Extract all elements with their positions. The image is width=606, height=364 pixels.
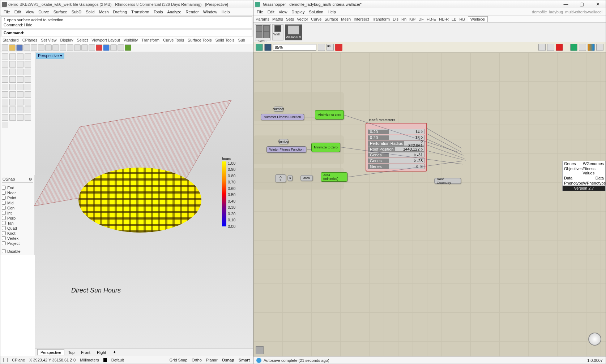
subd-icon[interactable] — [2, 107, 8, 113]
polyline-icon[interactable] — [25, 53, 31, 60]
fillet-icon[interactable] — [2, 84, 8, 90]
menu-subd[interactable]: SubD — [70, 9, 84, 15]
osnap-end[interactable]: End — [2, 186, 33, 190]
cone-icon[interactable] — [9, 76, 16, 83]
tab-intersect[interactable]: Intersect — [354, 17, 369, 21]
node-ab[interactable]: A B — [275, 174, 286, 182]
bool-icon[interactable] — [17, 99, 24, 105]
point-icon[interactable] — [9, 53, 16, 60]
rotate2-icon[interactable] — [17, 91, 24, 98]
hatch-icon[interactable] — [25, 107, 31, 113]
move-icon[interactable] — [9, 91, 16, 98]
grasshopper-icon[interactable] — [125, 44, 131, 51]
tab-maths[interactable]: Maths — [272, 17, 283, 21]
command-prompt[interactable]: Command: — [1, 30, 252, 36]
tab-vector[interactable]: Vector — [297, 17, 308, 21]
status-gridsnap[interactable]: Grid Snap — [170, 358, 188, 362]
shade-icon[interactable] — [103, 44, 110, 51]
save-file-icon[interactable] — [264, 44, 272, 51]
tab-setview[interactable]: Set View — [41, 38, 56, 42]
menu-drafting[interactable]: Drafting — [111, 9, 129, 15]
tab-params[interactable]: Params — [256, 17, 269, 21]
menu-mesh[interactable]: Mesh — [97, 9, 111, 15]
viewtab-top[interactable]: Top — [65, 350, 77, 355]
minimize-button[interactable]: — — [559, 1, 572, 8]
sphere-icon[interactable] — [25, 69, 31, 75]
tab-dis[interactable]: Dis — [393, 17, 398, 21]
status-planar[interactable]: Planar — [206, 358, 218, 362]
menu-curve[interactable]: Curve — [37, 9, 51, 15]
save-icon[interactable] — [16, 44, 23, 51]
zoom-input[interactable] — [273, 44, 316, 51]
loft-icon[interactable] — [25, 76, 31, 83]
light-icon[interactable] — [2, 114, 8, 121]
status-layer[interactable]: Default — [111, 358, 124, 362]
circle-icon[interactable] — [2, 61, 8, 68]
tab-hbr[interactable]: HB-R — [439, 17, 449, 21]
gh-menu-display[interactable]: Display — [290, 9, 306, 15]
preview-off-icon[interactable] — [556, 44, 563, 51]
osnap-int[interactable]: Int — [2, 211, 33, 215]
node-roof-geometry[interactable]: Roof Geometry — [434, 178, 461, 184]
explode-icon[interactable] — [2, 91, 8, 98]
node-minimize2[interactable]: Minimize to zero — [311, 143, 340, 152]
viewtab-front[interactable]: Front — [78, 350, 93, 355]
side-toolbox[interactable] — [0, 52, 35, 175]
status-cplane[interactable]: CPlane — [12, 358, 25, 362]
osnap-project[interactable]: Project — [2, 241, 33, 246]
gh-menu-solution[interactable]: Solution — [307, 9, 325, 15]
bake-icon[interactable] — [588, 44, 595, 51]
extrude-icon[interactable] — [17, 76, 24, 83]
osnap-near[interactable]: Near — [2, 191, 33, 195]
menu-render[interactable]: Render — [184, 9, 201, 15]
tab-transform[interactable]: Transform — [141, 38, 159, 42]
maximize-button[interactable]: ▢ — [575, 1, 588, 8]
status-smart[interactable]: Smart — [239, 358, 250, 362]
tab-curvetools[interactable]: Curve Tools — [163, 38, 184, 42]
tab-viewportlayout[interactable]: Viewport Layout — [91, 38, 120, 42]
gh-ribbon[interactable]: Gen... Wall... Wallacei X — [253, 23, 606, 42]
polygon-icon[interactable] — [25, 61, 31, 68]
cylinder-icon[interactable] — [2, 76, 8, 83]
rec-icon[interactable] — [3, 358, 8, 362]
gear-icon[interactable]: ⚙ — [29, 177, 32, 182]
gh-menu-file[interactable]: File — [255, 9, 265, 15]
open-icon[interactable] — [9, 44, 16, 51]
gh-canvas-toolbar[interactable]: 👁 — [253, 42, 606, 52]
compass-icon[interactable] — [588, 333, 601, 346]
markov-icon[interactable] — [256, 346, 264, 354]
tab-display[interactable]: Display — [60, 38, 73, 42]
mesh-icon[interactable] — [25, 99, 31, 105]
curve-icon[interactable] — [2, 69, 8, 75]
cut-icon[interactable] — [38, 44, 44, 51]
wallacei-component[interactable]: GenesWGenomes ObjectivesFitness Values D… — [562, 161, 606, 191]
osnap-cen[interactable]: Cen — [2, 206, 33, 210]
tab-ka[interactable]: Ka² — [409, 17, 415, 21]
redo-icon[interactable] — [60, 44, 66, 51]
gh-menu-view[interactable]: View — [277, 9, 289, 15]
split-icon[interactable] — [17, 84, 24, 90]
zoom-fit-icon[interactable] — [318, 44, 325, 51]
node-number2[interactable]: Number — [279, 139, 288, 144]
tab-select[interactable]: Select — [77, 38, 88, 42]
node-r[interactable]: R — [287, 175, 293, 181]
osnap-tan[interactable]: Tan — [2, 221, 33, 225]
shade-mode-icon[interactable] — [547, 44, 554, 51]
viewtab-right[interactable]: Right — [94, 350, 109, 355]
box-icon[interactable] — [17, 69, 24, 75]
arc-icon[interactable] — [9, 61, 16, 68]
pointer-icon[interactable] — [2, 53, 8, 60]
join-icon[interactable] — [25, 84, 31, 90]
menu-surface[interactable]: Surface — [52, 9, 69, 15]
sketch-icon[interactable] — [335, 44, 342, 51]
menu-file[interactable]: File — [2, 9, 12, 15]
wire-icon[interactable] — [538, 44, 546, 51]
camera-icon[interactable] — [9, 114, 16, 121]
viewtab-add[interactable]: ✦ — [110, 349, 119, 355]
gh-menu-help[interactable]: Help — [326, 9, 338, 15]
ribbon-wallaceix[interactable]: Wallacei X — [285, 24, 302, 40]
rotate-icon[interactable] — [74, 44, 81, 51]
gh-menubar[interactable]: File Edit View Display Solution Help dem… — [253, 8, 606, 16]
toolbar-tabs[interactable]: Standard CPlanes Set View Display Select… — [0, 37, 253, 44]
osnap-point[interactable]: Point — [2, 196, 33, 200]
